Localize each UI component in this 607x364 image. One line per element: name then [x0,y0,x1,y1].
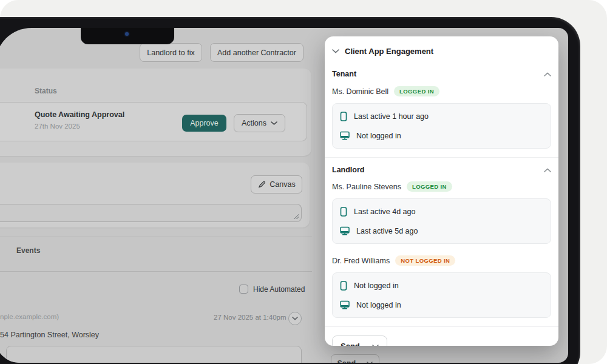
chevron-down-icon [372,345,379,346]
reply-textarea[interactable] [6,346,302,363]
approve-label: Approve [190,119,219,127]
hero-section: Landlord to fix Add another Contractor S… [0,0,607,364]
event-expand-button[interactable] [288,312,302,325]
laptop-notch [81,28,174,44]
panel-header[interactable]: Client App Engagement [332,47,551,56]
device-activity-card: Last active 4d ago Last active 5d ago [332,198,551,244]
background-send-button[interactable]: Send... [331,354,379,363]
desktop-icon [340,300,350,309]
chevron-down-icon [332,49,339,53]
resize-handle[interactable] [294,214,299,219]
device-row-text: Last active 1 hour ago [354,112,429,121]
device-row: Not logged in [340,281,543,291]
approve-button[interactable]: Approve [182,115,226,132]
comment-textarea[interactable] [0,204,302,222]
send-label: Send... [341,342,367,346]
chevron-down-icon [271,121,277,125]
person-row: Ms. Dominic Bell LOGGED IN [332,86,551,96]
status-date: 27th Nov 2025 [35,123,80,130]
actions-label: Actions [242,119,266,127]
status-badge: LOGGED IN [407,181,452,192]
divider [0,271,312,272]
hide-automated-row: Hide Automated [239,285,305,294]
person-row: Dr. Fred Williams NOT LOGGED IN [332,255,551,266]
status-badge: NOT LOGGED IN [395,255,455,266]
panel-title: Client App Engagement [345,47,433,56]
landlord-to-fix-button[interactable]: Landlord to fix [140,43,202,62]
status-section-card: Status Quote Awaiting Approval 27th Nov … [0,69,311,156]
canvas-label: Canvas [270,180,295,189]
hide-automated-label: Hide Automated [253,285,305,294]
person-name: Ms. Dominic Bell [332,87,388,96]
chevron-up-icon[interactable] [544,72,551,76]
device-row-text: Last active 5d ago [356,227,418,235]
device-activity-card: Not logged in Not logged in [332,272,551,318]
status-title: Quote Awaiting Approval [35,110,124,119]
camera-dot [125,32,129,36]
event-item-text: nple.example.com) [0,313,59,320]
device-row: Last active 1 hour ago [340,112,543,121]
chevron-down-icon [292,317,298,320]
device-row-text: Not logged in [356,132,401,140]
mobile-icon [340,281,347,291]
device-row-text: Last active 4d ago [354,207,415,216]
person-name: Ms. Pauline Stevens [332,183,401,191]
canvas-section-card: Canvas [0,163,310,228]
laptop-screen: Landlord to fix Add another Contractor S… [0,28,568,363]
device-row: Not logged in [340,300,543,309]
status-card: Quote Awaiting Approval 27th Nov 2025 Ap… [0,102,307,141]
brush-icon [257,181,265,189]
client-app-engagement-panel: Client App Engagement Tenant Ms. Dominic… [325,36,558,346]
tenant-section-header[interactable]: Tenant [332,70,551,78]
desktop-icon [340,226,350,235]
device-activity-card: Last active 1 hour ago Not logged in [332,103,551,149]
divider [0,237,312,237]
chevron-down-icon [367,362,373,363]
person-name: Dr. Fred Williams [332,257,390,265]
add-another-contractor-label: Add another Contractor [217,49,296,57]
status-label: Status [35,87,57,95]
send-button[interactable]: Send... [332,335,387,346]
mobile-icon [340,207,347,217]
background-send-label: Send... [337,359,362,363]
person-row: Ms. Pauline Stevens LOGGED IN [332,181,551,192]
canvas-button[interactable]: Canvas [251,175,302,194]
tenant-heading: Tenant [332,70,356,78]
device-row-text: Not logged in [354,281,399,290]
landlord-heading: Landlord [332,166,364,174]
device-row: Not logged in [340,131,543,140]
mobile-icon [340,112,347,121]
actions-button[interactable]: Actions [234,114,285,132]
landlord-section-header[interactable]: Landlord [332,166,551,174]
landlord-to-fix-label: Landlord to fix [147,49,195,57]
chevron-up-icon[interactable] [544,168,551,172]
desktop-icon [340,131,350,140]
hide-automated-checkbox[interactable] [239,285,248,294]
section-divider [325,157,558,158]
events-heading: Events [16,246,40,255]
device-row-text: Not logged in [356,301,401,309]
event-item-timestamp: 27 Nov 2025 at 1:40pm [214,314,287,321]
event-item-address: 54 Partington Street, Worsley [0,331,99,339]
device-row: Last active 5d ago [340,226,543,235]
status-badge: LOGGED IN [394,86,439,96]
device-row: Last active 4d ago [340,207,543,217]
add-another-contractor-button[interactable]: Add another Contractor [210,43,304,62]
footer-divider [325,326,558,327]
